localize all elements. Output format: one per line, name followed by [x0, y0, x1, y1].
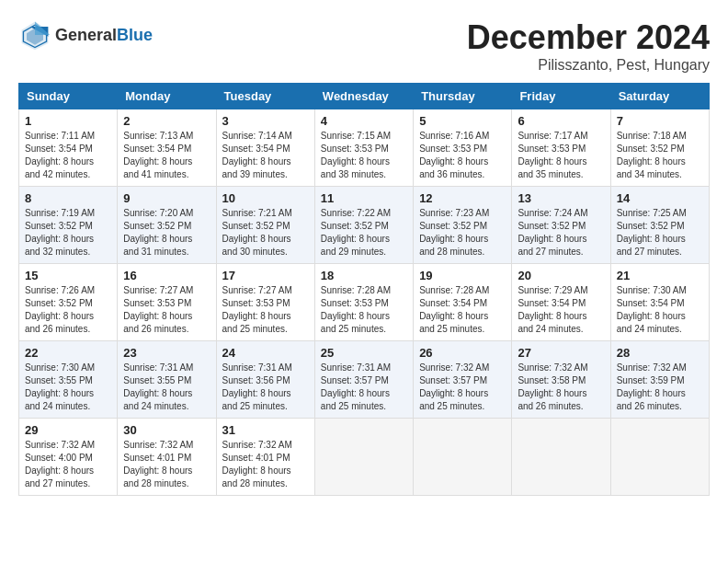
- day-number: 23: [123, 346, 210, 360]
- day-number: 5: [419, 114, 506, 128]
- weekday-saturday: Saturday: [610, 84, 709, 109]
- day-number: 7: [617, 114, 703, 128]
- day-number: 3: [222, 114, 309, 128]
- day-cell-14: 14Sunrise: 7:25 AM Sunset: 3:52 PM Dayli…: [610, 187, 709, 264]
- day-number: 9: [123, 191, 210, 205]
- day-cell-5: 5Sunrise: 7:16 AM Sunset: 3:53 PM Daylig…: [414, 109, 512, 187]
- day-cell-26: 26Sunrise: 7:32 AM Sunset: 3:57 PM Dayli…: [414, 341, 512, 419]
- week-row-2: 8Sunrise: 7:19 AM Sunset: 3:52 PM Daylig…: [19, 187, 710, 264]
- weekday-wednesday: Wednesday: [314, 84, 413, 109]
- day-number: 19: [419, 269, 506, 282]
- weekday-sunday: Sunday: [19, 84, 118, 109]
- day-cell-1: 1Sunrise: 7:11 AM Sunset: 3:54 PM Daylig…: [19, 109, 118, 187]
- day-cell-3: 3Sunrise: 7:14 AM Sunset: 3:54 PM Daylig…: [216, 109, 314, 187]
- day-number: 11: [321, 191, 407, 205]
- day-cell-11: 11Sunrise: 7:22 AM Sunset: 3:52 PM Dayli…: [314, 187, 413, 264]
- day-info: Sunrise: 7:32 AM Sunset: 3:59 PM Dayligh…: [617, 362, 703, 413]
- day-cell-21: 21Sunrise: 7:30 AM Sunset: 3:54 PM Dayli…: [610, 264, 709, 341]
- day-info: Sunrise: 7:31 AM Sunset: 3:56 PM Dayligh…: [222, 362, 309, 413]
- empty-cell: [414, 419, 512, 496]
- day-info: Sunrise: 7:15 AM Sunset: 3:53 PM Dayligh…: [321, 130, 407, 181]
- day-number: 10: [222, 191, 309, 205]
- calendar-table: SundayMondayTuesdayWednesdayThursdayFrid…: [18, 83, 710, 496]
- day-cell-2: 2Sunrise: 7:13 AM Sunset: 3:54 PM Daylig…: [118, 109, 216, 187]
- day-number: 14: [617, 191, 703, 205]
- day-info: Sunrise: 7:14 AM Sunset: 3:54 PM Dayligh…: [222, 130, 309, 181]
- day-info: Sunrise: 7:24 AM Sunset: 3:52 PM Dayligh…: [518, 207, 604, 259]
- day-cell-12: 12Sunrise: 7:23 AM Sunset: 3:52 PM Dayli…: [414, 187, 512, 264]
- day-cell-22: 22Sunrise: 7:30 AM Sunset: 3:55 PM Dayli…: [19, 341, 118, 419]
- logo: General Blue: [18, 18, 153, 52]
- day-number: 17: [222, 269, 309, 282]
- logo-text: General Blue: [55, 26, 153, 45]
- day-number: 25: [321, 346, 407, 360]
- day-number: 30: [123, 423, 210, 437]
- day-number: 2: [123, 114, 210, 128]
- day-cell-19: 19Sunrise: 7:28 AM Sunset: 3:54 PM Dayli…: [414, 264, 512, 341]
- empty-cell: [314, 419, 413, 496]
- location: Pilisszanto, Pest, Hungary: [467, 57, 710, 74]
- week-row-3: 15Sunrise: 7:26 AM Sunset: 3:52 PM Dayli…: [19, 264, 710, 341]
- day-info: Sunrise: 7:18 AM Sunset: 3:52 PM Dayligh…: [617, 130, 703, 181]
- day-info: Sunrise: 7:28 AM Sunset: 3:54 PM Dayligh…: [419, 284, 506, 336]
- day-info: Sunrise: 7:19 AM Sunset: 3:52 PM Dayligh…: [25, 207, 111, 259]
- week-row-5: 29Sunrise: 7:32 AM Sunset: 4:00 PM Dayli…: [19, 419, 710, 496]
- day-number: 16: [123, 269, 210, 282]
- day-info: Sunrise: 7:31 AM Sunset: 3:55 PM Dayligh…: [123, 362, 210, 413]
- day-number: 12: [419, 191, 506, 205]
- day-cell-8: 8Sunrise: 7:19 AM Sunset: 3:52 PM Daylig…: [19, 187, 118, 264]
- week-row-4: 22Sunrise: 7:30 AM Sunset: 3:55 PM Dayli…: [19, 341, 710, 419]
- day-info: Sunrise: 7:32 AM Sunset: 4:01 PM Dayligh…: [222, 439, 309, 490]
- day-number: 6: [518, 114, 604, 128]
- day-info: Sunrise: 7:17 AM Sunset: 3:53 PM Dayligh…: [518, 130, 604, 181]
- day-info: Sunrise: 7:16 AM Sunset: 3:53 PM Dayligh…: [419, 130, 506, 181]
- day-info: Sunrise: 7:11 AM Sunset: 3:54 PM Dayligh…: [25, 130, 111, 181]
- logo-icon: [18, 18, 51, 52]
- day-number: 21: [617, 269, 703, 282]
- day-info: Sunrise: 7:27 AM Sunset: 3:53 PM Dayligh…: [123, 284, 210, 336]
- day-info: Sunrise: 7:32 AM Sunset: 4:01 PM Dayligh…: [123, 439, 210, 490]
- weekday-thursday: Thursday: [414, 84, 512, 109]
- day-cell-24: 24Sunrise: 7:31 AM Sunset: 3:56 PM Dayli…: [216, 341, 314, 419]
- day-cell-30: 30Sunrise: 7:32 AM Sunset: 4:01 PM Dayli…: [118, 419, 216, 496]
- day-info: Sunrise: 7:32 AM Sunset: 3:58 PM Dayligh…: [518, 362, 604, 413]
- day-cell-4: 4Sunrise: 7:15 AM Sunset: 3:53 PM Daylig…: [314, 109, 413, 187]
- day-number: 4: [321, 114, 407, 128]
- day-info: Sunrise: 7:31 AM Sunset: 3:57 PM Dayligh…: [321, 362, 407, 413]
- day-cell-13: 13Sunrise: 7:24 AM Sunset: 3:52 PM Dayli…: [512, 187, 610, 264]
- day-number: 28: [617, 346, 703, 360]
- day-info: Sunrise: 7:29 AM Sunset: 3:54 PM Dayligh…: [518, 284, 604, 336]
- day-cell-31: 31Sunrise: 7:32 AM Sunset: 4:01 PM Dayli…: [216, 419, 314, 496]
- day-info: Sunrise: 7:13 AM Sunset: 3:54 PM Dayligh…: [123, 130, 210, 181]
- week-row-1: 1Sunrise: 7:11 AM Sunset: 3:54 PM Daylig…: [19, 109, 710, 187]
- weekday-friday: Friday: [512, 84, 610, 109]
- day-info: Sunrise: 7:32 AM Sunset: 3:57 PM Dayligh…: [419, 362, 506, 413]
- page-header: General Blue December 2024 Pilisszanto, …: [18, 18, 710, 74]
- day-number: 26: [419, 346, 506, 360]
- day-cell-28: 28Sunrise: 7:32 AM Sunset: 3:59 PM Dayli…: [610, 341, 709, 419]
- calendar-header: SundayMondayTuesdayWednesdayThursdayFrid…: [19, 84, 710, 109]
- day-info: Sunrise: 7:30 AM Sunset: 3:55 PM Dayligh…: [25, 362, 111, 413]
- day-number: 27: [518, 346, 604, 360]
- day-cell-20: 20Sunrise: 7:29 AM Sunset: 3:54 PM Dayli…: [512, 264, 610, 341]
- day-info: Sunrise: 7:22 AM Sunset: 3:52 PM Dayligh…: [321, 207, 407, 259]
- day-cell-27: 27Sunrise: 7:32 AM Sunset: 3:58 PM Dayli…: [512, 341, 610, 419]
- day-cell-9: 9Sunrise: 7:20 AM Sunset: 3:52 PM Daylig…: [118, 187, 216, 264]
- day-info: Sunrise: 7:26 AM Sunset: 3:52 PM Dayligh…: [25, 284, 111, 336]
- day-cell-25: 25Sunrise: 7:31 AM Sunset: 3:57 PM Dayli…: [314, 341, 413, 419]
- day-cell-16: 16Sunrise: 7:27 AM Sunset: 3:53 PM Dayli…: [118, 264, 216, 341]
- day-info: Sunrise: 7:30 AM Sunset: 3:54 PM Dayligh…: [617, 284, 703, 336]
- empty-cell: [512, 419, 610, 496]
- weekday-tuesday: Tuesday: [216, 84, 314, 109]
- logo-general: General: [55, 26, 117, 45]
- day-cell-29: 29Sunrise: 7:32 AM Sunset: 4:00 PM Dayli…: [19, 419, 118, 496]
- empty-cell: [610, 419, 709, 496]
- day-cell-6: 6Sunrise: 7:17 AM Sunset: 3:53 PM Daylig…: [512, 109, 610, 187]
- day-number: 31: [222, 423, 309, 437]
- day-cell-18: 18Sunrise: 7:28 AM Sunset: 3:53 PM Dayli…: [314, 264, 413, 341]
- day-number: 22: [25, 346, 111, 360]
- weekday-header-row: SundayMondayTuesdayWednesdayThursdayFrid…: [19, 84, 710, 109]
- day-cell-17: 17Sunrise: 7:27 AM Sunset: 3:53 PM Dayli…: [216, 264, 314, 341]
- day-number: 18: [321, 269, 407, 282]
- title-block: December 2024 Pilisszanto, Pest, Hungary: [467, 18, 710, 74]
